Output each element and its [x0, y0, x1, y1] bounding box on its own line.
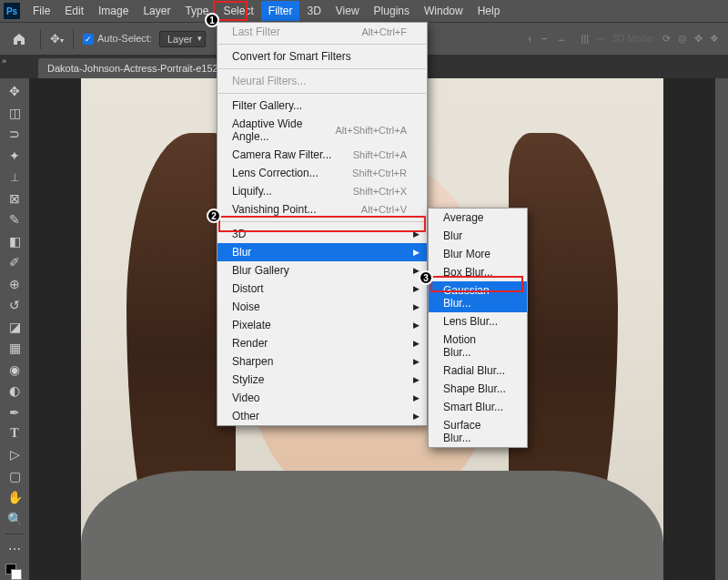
frame-tool[interactable]: ⊠: [4, 188, 25, 207]
menu-plugins[interactable]: Plugins: [367, 1, 417, 21]
mi-distort[interactable]: Distort▶: [217, 280, 427, 298]
mi-lens-correction[interactable]: Lens Correction...Shift+Ctrl+R: [217, 164, 427, 182]
blur-tool[interactable]: ◉: [4, 360, 25, 378]
mi-video[interactable]: Video▶: [217, 389, 427, 407]
mi-surface-blur[interactable]: Surface Blur...: [429, 416, 527, 447]
swatch[interactable]: [4, 562, 25, 580]
mi-render[interactable]: Render▶: [217, 334, 427, 352]
3d-pan-icon[interactable]: ✥: [694, 33, 703, 45]
mi-box-blur[interactable]: Box Blur...: [429, 263, 527, 281]
menu-help[interactable]: Help: [470, 1, 508, 21]
right-sidebar[interactable]: [715, 78, 728, 580]
3d-slide-icon[interactable]: ❖: [710, 33, 719, 45]
healing-tool[interactable]: ◧: [4, 231, 25, 249]
mi-pixelate[interactable]: Pixelate▶: [217, 316, 427, 334]
distribute-icon[interactable]: |||: [581, 33, 590, 45]
mi-vanishing[interactable]: Vanishing Point...Alt+Ctrl+V: [217, 200, 427, 219]
mi-blur[interactable]: Blur▶: [217, 243, 427, 261]
mi-convert-smart[interactable]: Convert for Smart Filters: [217, 47, 427, 66]
mi-filter-gallery[interactable]: Filter Gallery...: [217, 97, 427, 115]
mi-gaussian-blur[interactable]: Gaussian Blur...: [429, 281, 527, 312]
menu-image[interactable]: Image: [91, 1, 136, 21]
history-brush-tool[interactable]: ↺: [4, 296, 25, 314]
mi-stylize[interactable]: Stylize▶: [217, 371, 427, 389]
eyedropper-tool[interactable]: ✎: [4, 210, 25, 229]
mi-blur[interactable]: Blur: [429, 227, 527, 245]
mi-average[interactable]: Average: [429, 209, 527, 227]
document-tab[interactable]: Dakota-Johnson-Actress-Portrait-e1522: [38, 58, 233, 78]
mi-last-filter[interactable]: Last FilterAlt+Ctrl+F: [217, 23, 427, 41]
layer-dropdown[interactable]: Layer: [159, 31, 207, 47]
chevron-right-icon: ▶: [413, 321, 420, 330]
align-icon[interactable]: ⫠: [557, 33, 567, 45]
mi-lens-blur[interactable]: Lens Blur...: [429, 312, 527, 331]
filter-menu: Last FilterAlt+Ctrl+F Convert for Smart …: [217, 22, 428, 426]
edit-toolbar[interactable]: ⋯: [4, 540, 25, 558]
mi-other[interactable]: Other▶: [217, 407, 427, 425]
hand-tool[interactable]: ✋: [4, 488, 25, 506]
divider: [5, 534, 24, 534]
mi-sharpen[interactable]: Sharpen▶: [217, 352, 427, 371]
mi-camera-raw[interactable]: Camera Raw Filter...Shift+Ctrl+A: [217, 146, 427, 164]
align-icon[interactable]: ⫟: [540, 33, 550, 45]
menu-select[interactable]: Select: [216, 1, 260, 21]
3d-roll-icon[interactable]: ◎: [678, 33, 687, 45]
wand-tool[interactable]: ✦: [4, 146, 25, 164]
mi-motion-blur[interactable]: Motion Blur...: [429, 331, 527, 361]
mi-blur-gallery[interactable]: Blur Gallery▶: [217, 261, 427, 280]
options-right: ⫞ ⫟ ⫠ ||| ··· 3D Mode: ⟳ ◎ ✥ ❖: [527, 33, 719, 45]
type-tool[interactable]: T: [4, 424, 25, 443]
move-tool[interactable]: ✥: [4, 82, 25, 100]
marquee-tool[interactable]: ◫: [4, 103, 25, 121]
menu-edit[interactable]: Edit: [57, 1, 91, 21]
auto-select-checkbox[interactable]: ✓Auto-Select:: [83, 33, 152, 45]
menu-view[interactable]: View: [329, 1, 367, 21]
stamp-tool[interactable]: ⊕: [4, 274, 25, 292]
mi-radial-blur[interactable]: Radial Blur...: [429, 361, 527, 380]
chevron-right-icon: ▶: [413, 229, 420, 239]
divider: [218, 68, 426, 69]
move-tool-icon[interactable]: ✥▾: [50, 32, 64, 46]
eraser-tool[interactable]: ◪: [4, 317, 25, 335]
menu-file[interactable]: File: [25, 1, 57, 21]
chevron-right-icon: ▶: [413, 302, 420, 311]
mi-shape-blur[interactable]: Shape Blur...: [429, 380, 527, 398]
divider: [218, 44, 426, 45]
mi-blur-more[interactable]: Blur More: [429, 245, 527, 263]
mi-liquify[interactable]: Liquify...Shift+Ctrl+X: [217, 182, 427, 200]
path-tool[interactable]: ▷: [4, 445, 25, 463]
pen-tool[interactable]: ✒: [4, 402, 25, 421]
mi-neural[interactable]: Neural Filters...: [217, 72, 427, 90]
gradient-tool[interactable]: ▦: [4, 339, 25, 357]
mi-smart-blur[interactable]: Smart Blur...: [429, 398, 527, 416]
brush-tool[interactable]: ✐: [4, 253, 25, 271]
divider: [40, 29, 41, 49]
menu-3d[interactable]: 3D: [299, 1, 328, 21]
lasso-tool[interactable]: ⊃: [4, 125, 25, 143]
mode-3d-label: 3D Mode:: [612, 33, 655, 45]
menu-layer[interactable]: Layer: [136, 1, 177, 21]
menu-filter[interactable]: Filter: [261, 1, 300, 21]
chevron-right-icon: ▶: [413, 339, 420, 348]
more-icon[interactable]: ···: [596, 33, 604, 45]
zoom-tool[interactable]: 🔍: [4, 510, 25, 528]
divider: [218, 93, 426, 94]
crop-tool[interactable]: ⟂: [4, 168, 25, 186]
annotation-badge-1: 1: [205, 13, 219, 27]
chevron-right-icon: ▶: [413, 248, 420, 257]
blur-submenu: Average Blur Blur More Box Blur... Gauss…: [428, 208, 528, 448]
mi-noise[interactable]: Noise▶: [217, 298, 427, 316]
ps-logo: Ps: [4, 3, 20, 19]
auto-select-label: Auto-Select:: [97, 33, 152, 44]
expand-icon[interactable]: »: [2, 56, 6, 66]
mi-3d[interactable]: 3D▶: [217, 225, 427, 243]
menu-window[interactable]: Window: [417, 1, 470, 21]
shape-tool[interactable]: ▢: [4, 467, 25, 485]
checkmark-icon: ✓: [83, 34, 94, 45]
align-icon[interactable]: ⫞: [527, 33, 532, 45]
mi-adaptive[interactable]: Adaptive Wide Angle...Alt+Shift+Ctrl+A: [217, 115, 427, 146]
annotation-badge-3: 3: [419, 270, 433, 285]
3d-orbit-icon[interactable]: ⟳: [662, 33, 671, 45]
home-icon[interactable]: [7, 27, 31, 51]
dodge-tool[interactable]: ◐: [4, 382, 25, 400]
